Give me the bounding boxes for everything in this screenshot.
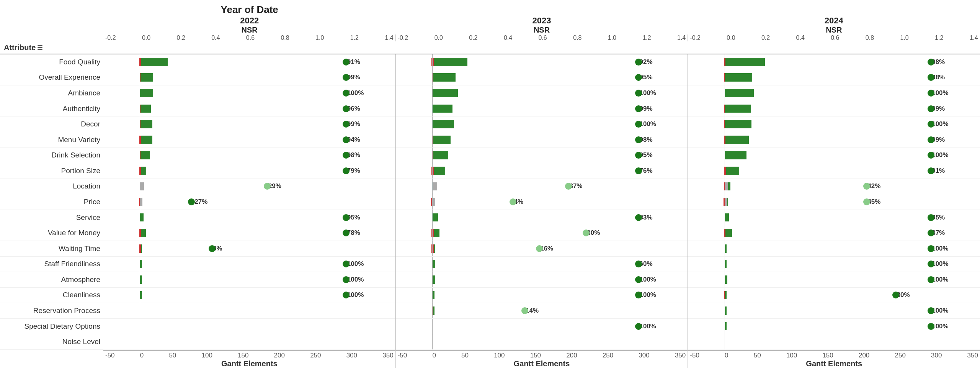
- panel-row-0-3: 96%: [103, 101, 395, 117]
- top-tick: 0.2: [177, 34, 185, 41]
- nsr-dot: [343, 261, 350, 267]
- panel-row-0-6: 98%: [103, 147, 395, 163]
- panel-row-2-3: 99%: [688, 101, 980, 117]
- bottom-tick: -50: [398, 352, 407, 359]
- bar-gray: [433, 182, 437, 191]
- panel-2023: 92%95%100%99%100%98%95%76%37%4%83%30%16%…: [396, 54, 688, 350]
- top-tick: 0.6: [539, 34, 547, 41]
- panel-row-2-9: 45%: [688, 194, 980, 210]
- filter-icon[interactable]: ☰: [37, 44, 42, 51]
- nsr-dot: [928, 59, 934, 66]
- bottom-tick: 200: [274, 352, 285, 359]
- panel-row-0-9: -27%: [103, 194, 395, 210]
- zero-line: [140, 101, 140, 116]
- nsr-dot: [343, 152, 350, 159]
- zero-line: [140, 194, 140, 210]
- attr-label-4: Decor: [0, 116, 103, 132]
- zero-line: [432, 241, 433, 256]
- nsr-dot: [928, 245, 934, 252]
- panel-row-0-13: 100%: [103, 257, 395, 272]
- zero-line: [725, 101, 725, 116]
- nsr-dot: [928, 105, 934, 112]
- bar-green: [432, 213, 438, 222]
- bar-green: [140, 105, 151, 113]
- nsr-dot: [521, 307, 528, 314]
- top-tick: 0.4: [504, 34, 512, 41]
- bottom-tick: 50: [461, 352, 469, 359]
- panel-row-1-8: 37%: [396, 179, 688, 195]
- zero-line: [432, 225, 433, 241]
- zero-line: [725, 257, 725, 272]
- nsr-dot: [343, 229, 350, 236]
- zero-line: [725, 225, 725, 241]
- panel-row-1-9: 4%: [396, 194, 688, 210]
- zero-line: [725, 210, 725, 225]
- bar-green: [725, 73, 752, 82]
- zero-line: [140, 70, 140, 85]
- zero-line: [432, 70, 433, 85]
- bar-green: [432, 105, 452, 113]
- top-tick: 1.2: [642, 34, 651, 41]
- bottom-tick: 100: [494, 352, 505, 359]
- nsr-dot: [892, 292, 899, 298]
- nsr-dot: [635, 136, 642, 143]
- bar-gray: [433, 198, 436, 206]
- gantt-label-2023: Gantt Elements: [396, 359, 688, 368]
- zero-line: [432, 257, 433, 272]
- bottom-tick: 150: [530, 352, 541, 359]
- bar-green: [725, 105, 751, 113]
- panel-row-0-0: 91%: [103, 54, 395, 70]
- top-tick: 1.4: [970, 34, 978, 41]
- attr-label-8: Location: [0, 179, 103, 195]
- bar-green: [432, 120, 454, 128]
- bottom-tick: 250: [895, 352, 905, 359]
- bottom-tick: 300: [346, 352, 357, 359]
- bar-green: [725, 229, 732, 237]
- panel-row-2-13: 100%: [688, 257, 980, 272]
- nsr-dot: [863, 198, 870, 205]
- nsr-dot: [510, 198, 516, 205]
- bar-green: [432, 275, 435, 284]
- bar-green: [725, 151, 746, 159]
- bar-green: [432, 151, 448, 159]
- top-tick: 1.0: [315, 34, 324, 41]
- zero-line: [140, 334, 140, 349]
- bar-red: [431, 244, 434, 253]
- panel-row-0-15: 100%: [103, 288, 395, 303]
- nsr-dot: [863, 183, 870, 190]
- zero-line: [432, 54, 433, 70]
- top-tick: 0.8: [866, 34, 874, 41]
- attr-labels: Food QualityOverall ExperienceAmbianceAu…: [0, 54, 103, 350]
- panels-row: 91%99%100%96%99%94%98%79%29%-27%95%78%0%…: [103, 54, 980, 350]
- bottom-tick: -50: [105, 352, 115, 359]
- zero-line: [725, 194, 725, 210]
- top-tick: 1.4: [677, 34, 686, 41]
- nsr-dot: [583, 229, 590, 236]
- attr-label-3: Authenticity: [0, 101, 103, 117]
- top-tick: -0.2: [105, 34, 116, 41]
- zero-line: [432, 288, 433, 303]
- panel-row-2-8: 42%: [688, 179, 980, 195]
- panel-row-2-16: 100%: [688, 303, 980, 319]
- attr-label-6: Drink Selection: [0, 147, 103, 163]
- zero-line: [432, 194, 433, 210]
- nsr-dot: [635, 152, 642, 159]
- zero-line: [432, 116, 433, 132]
- zero-line: [432, 85, 433, 101]
- chart-container: Year of Date 2022 2023 2024 NSR NSR NSR …: [0, 0, 980, 372]
- panel-row-2-7: 91%: [688, 163, 980, 179]
- top-tick: 0.2: [761, 34, 770, 41]
- bottom-tick: 150: [238, 352, 248, 359]
- nsr-dot: [635, 261, 642, 267]
- nsr-dot: [635, 105, 642, 112]
- panel-row-1-11: 30%: [396, 225, 688, 241]
- nsr-dot: [928, 136, 934, 143]
- zero-line: [432, 147, 433, 163]
- bar-green: [725, 167, 739, 175]
- bottom-tick: 350: [675, 352, 686, 359]
- top-tick: 0.4: [211, 34, 220, 41]
- nsr-dot: [343, 167, 350, 174]
- zero-line: [140, 147, 140, 163]
- zero-line: [140, 54, 140, 70]
- top-tick: 0.2: [469, 34, 477, 41]
